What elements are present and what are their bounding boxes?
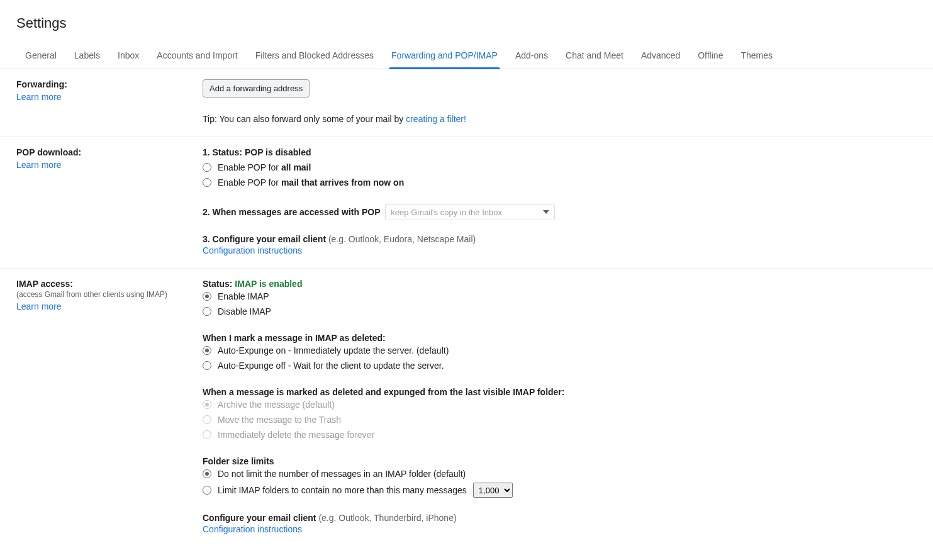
imap-expunged-trash-option: Move the message to the Trash <box>203 412 917 427</box>
imap-desc: (access Gmail from other clients using I… <box>16 290 193 299</box>
create-filter-link[interactable]: creating a filter! <box>406 114 466 124</box>
pop-configure-heading: 3. Configure your email client <box>203 234 328 244</box>
imap-disable-option[interactable]: Disable IMAP <box>203 304 917 319</box>
pop-status-value: POP is disabled <box>245 147 311 157</box>
imap-folder-nolimit-radio[interactable] <box>203 469 211 478</box>
imap-configuration-instructions-link[interactable]: Configuration instructions <box>203 524 917 534</box>
imap-expunged-delete-option: Immediately delete the message forever <box>203 427 917 442</box>
tab-forwarding-and-pop-imap[interactable]: Forwarding and POP/IMAP <box>383 43 506 69</box>
forwarding-section: Forwarding: Learn more Add a forwarding … <box>0 69 933 137</box>
forwarding-label: Forwarding: <box>16 79 193 89</box>
imap-expunge-off-label: Auto-Expunge off - Wait for the client t… <box>218 359 444 372</box>
pop-status-heading: 1. Status: POP is disabled <box>203 147 917 157</box>
imap-status-value: IMAP is enabled <box>235 279 302 289</box>
imap-enable-radio[interactable] <box>203 292 211 301</box>
imap-configure-heading: Configure your email client <box>203 513 318 523</box>
imap-expunge-off-option[interactable]: Auto-Expunge off - Wait for the client t… <box>203 358 917 373</box>
pop-enable-all-option[interactable]: Enable POP for all mail <box>203 160 917 175</box>
imap-folder-limit-count-select[interactable]: 1,000 <box>473 483 513 498</box>
pop-label: POP download: <box>16 147 193 157</box>
imap-folder-limit-option[interactable]: Limit IMAP folders to contain no more th… <box>203 481 917 499</box>
imap-expunged-archive-radio <box>203 400 211 409</box>
imap-expunge-on-radio[interactable] <box>203 346 211 355</box>
imap-folder-limit-radio[interactable] <box>203 486 211 495</box>
pop-enable-all-radio[interactable] <box>203 163 211 172</box>
pop-enable-new-radio[interactable] <box>203 178 211 187</box>
page-title: Settings <box>16 15 917 31</box>
tab-offline[interactable]: Offline <box>689 43 732 69</box>
imap-expunge-on-option[interactable]: Auto-Expunge on - Immediately update the… <box>203 343 917 358</box>
imap-enable-label: Enable IMAP <box>218 290 269 303</box>
pop-accessed-heading: 2. When messages are accessed with POP <box>203 207 380 217</box>
tab-advanced[interactable]: Advanced <box>632 43 689 69</box>
pop-learn-more-link[interactable]: Learn more <box>16 160 193 170</box>
forwarding-tip: Tip: You can also forward only some of y… <box>203 114 917 124</box>
forwarding-learn-more-link[interactable]: Learn more <box>16 92 193 102</box>
tab-add-ons[interactable]: Add-ons <box>506 43 557 69</box>
tab-themes[interactable]: Themes <box>732 43 781 69</box>
imap-expunged-trash-radio <box>203 415 211 424</box>
imap-expunged-trash-label: Move the message to the Trash <box>218 413 341 426</box>
imap-learn-more-link[interactable]: Learn more <box>16 301 193 311</box>
pop-enable-new-prefix: Enable POP for <box>218 177 281 188</box>
imap-status-label: Status: <box>203 279 235 289</box>
imap-disable-label: Disable IMAP <box>218 305 271 318</box>
pop-enable-all-bold: all mail <box>281 162 311 172</box>
add-forwarding-address-button[interactable]: Add a forwarding address <box>203 79 310 98</box>
imap-expunged-heading: When a message is marked as deleted and … <box>203 387 917 397</box>
tab-accounts-and-import[interactable]: Accounts and Import <box>148 43 246 69</box>
pop-status-prefix: 1. Status: <box>203 147 245 157</box>
imap-expunged-delete-radio <box>203 430 211 439</box>
tab-labels[interactable]: Labels <box>65 43 109 69</box>
imap-disable-radio[interactable] <box>203 307 211 316</box>
pop-accessed-select[interactable]: keep Gmail's copy in the Inbox <box>385 204 555 220</box>
pop-enable-new-option[interactable]: Enable POP for mail that arrives from no… <box>203 175 917 190</box>
imap-label: IMAP access: <box>16 279 193 289</box>
imap-section: IMAP access: (access Gmail from other cl… <box>0 269 933 547</box>
pop-enable-new-label: Enable POP for mail that arrives from no… <box>218 176 404 189</box>
pop-enable-all-prefix: Enable POP for <box>218 162 281 172</box>
imap-expunge-on-label: Auto-Expunge on - Immediately update the… <box>218 344 449 357</box>
tab-general[interactable]: General <box>16 43 65 69</box>
forwarding-tip-text: Tip: You can also forward only some of y… <box>203 114 406 124</box>
imap-expunged-delete-label: Immediately delete the message forever <box>218 428 374 441</box>
pop-configuration-instructions-link[interactable]: Configuration instructions <box>203 245 917 255</box>
imap-expunged-archive-option: Archive the message (default) <box>203 397 917 412</box>
tab-filters-and-blocked-addresses[interactable]: Filters and Blocked Addresses <box>247 43 383 69</box>
pop-section: POP download: Learn more 1. Status: POP … <box>0 137 933 269</box>
imap-expunge-off-radio[interactable] <box>203 361 211 370</box>
imap-folder-limit-label: Limit IMAP folders to contain no more th… <box>218 484 467 496</box>
imap-folder-nolimit-label: Do not limit the number of messages in a… <box>218 468 466 480</box>
pop-enable-new-bold: mail that arrives from now on <box>281 177 404 188</box>
imap-folder-nolimit-option[interactable]: Do not limit the number of messages in a… <box>203 466 917 481</box>
imap-enable-option[interactable]: Enable IMAP <box>203 289 917 304</box>
imap-deleted-heading: When I mark a message in IMAP as deleted… <box>203 333 917 343</box>
imap-configure-note: (e.g. Outlook, Thunderbird, iPhone) <box>318 513 456 523</box>
imap-folder-heading: Folder size limits <box>203 456 917 466</box>
tab-chat-and-meet[interactable]: Chat and Meet <box>557 43 632 69</box>
imap-expunged-archive-label: Archive the message (default) <box>218 398 335 411</box>
pop-configure-note: (e.g. Outlook, Eudora, Netscape Mail) <box>328 234 476 244</box>
tab-inbox[interactable]: Inbox <box>109 43 148 69</box>
pop-enable-all-label: Enable POP for all mail <box>218 161 311 174</box>
settings-tabs: GeneralLabelsInboxAccounts and ImportFil… <box>0 43 933 69</box>
